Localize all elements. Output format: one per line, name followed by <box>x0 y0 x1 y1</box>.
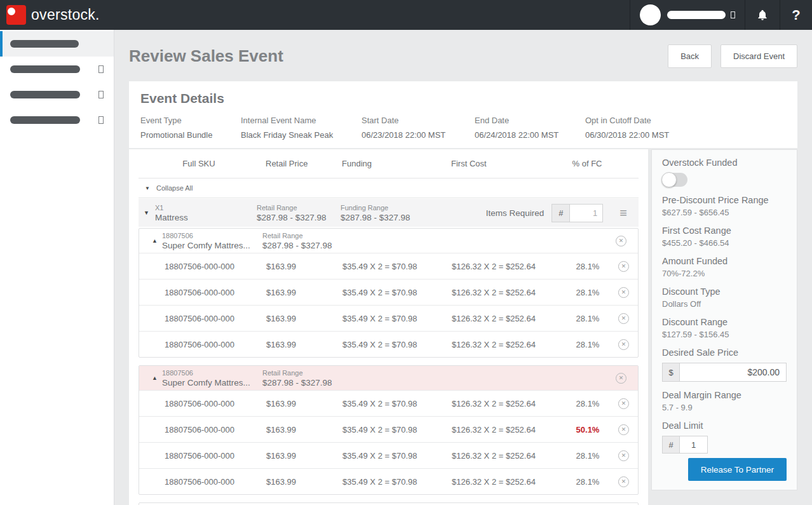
sku-row: 18807506-000-000 $163.99 $35.49 X 2 = $7… <box>139 253 638 279</box>
sku-row: 18807506-000-000 $163.99 $35.49 X 2 = $7… <box>139 442 638 468</box>
nav-label-placeholder <box>10 40 79 48</box>
items-required-control: Items Required # <box>486 204 604 222</box>
deal-summary-panel: Overstock Funded Pre-Discount Price Rang… <box>651 149 797 490</box>
desired-sale-price-label: Desired Sale Price <box>662 347 787 358</box>
col-funding: Funding <box>335 159 445 168</box>
overstock-funded-toggle[interactable] <box>662 173 687 187</box>
username-placeholder <box>667 11 726 19</box>
col-first-cost: First Cost <box>445 159 565 168</box>
group-sku-name: X1 Mattress <box>155 204 257 222</box>
remove-sku-icon[interactable] <box>618 339 629 350</box>
first-cost-range-value: $455.20 - $466.54 <box>662 238 787 248</box>
sidebar-item-4[interactable] <box>0 107 114 133</box>
table-header-row: Full SKU Retail Price Funding First Cost… <box>139 149 639 178</box>
sku-row: 18807506-000-000 $163.99 $35.49 X 2 = $7… <box>139 331 638 357</box>
bundle-retail-range: Retail Range $287.98 - $327.98 <box>262 369 616 387</box>
pct-of-fc-error: 50.1% <box>576 425 600 434</box>
chevron-icon <box>98 116 104 124</box>
bundle-header: 18807506 Super Comfy Mattres... Retail R… <box>139 229 638 253</box>
pct-of-fc: 28.1% <box>576 314 600 323</box>
discount-range-label: Discount Range <box>662 317 787 327</box>
amount-funded-value: 70%-72.2% <box>662 269 787 278</box>
discount-range-value: $127.59 - $156.45 <box>662 330 787 339</box>
deal-limit-input[interactable] <box>680 436 708 454</box>
main-content: Review Sales Event Back Discard Event Ev… <box>114 30 812 505</box>
sku-row: 18807506-000-000 $163.99 $35.49 X 2 = $7… <box>139 279 638 305</box>
remove-sku-icon[interactable] <box>618 450 629 461</box>
collapse-all-button[interactable]: Collapse All <box>139 178 639 198</box>
field-opt-in-cutoff-date: Opt in Cutoff Date 06/30/2018 22:00 MST <box>585 116 712 140</box>
qty-prefix: # <box>551 204 570 222</box>
sidebar <box>0 30 114 505</box>
help-button[interactable]: ? <box>780 0 812 30</box>
col-full-sku: Full SKU <box>139 159 259 168</box>
bundle-header: 18807506 Super Comfy Mattres... Retail R… <box>139 366 638 390</box>
remove-sku-icon[interactable] <box>618 261 629 272</box>
collapse-bundle-icon[interactable] <box>152 238 161 244</box>
nav-label-placeholder <box>10 91 80 98</box>
discount-type-value: Dollars Off <box>662 299 787 309</box>
chevron-icon <box>98 91 104 98</box>
pct-of-fc: 28.1% <box>576 399 600 408</box>
bundle-card-3-partial: 18807506 Retail Range <box>139 502 639 505</box>
col-retail-price: Retail Price <box>259 159 335 168</box>
group-funding-range: Funding Range $287.98 - $327.98 <box>341 204 486 222</box>
sku-row: 18807506-000-000 $163.99 $35.49 X 2 = $7… <box>139 416 638 442</box>
toggle-knob-icon <box>661 172 677 187</box>
field-end-date: End Date 06/24/2018 22:00 MST <box>475 116 585 140</box>
menu-icon[interactable]: ≡ <box>619 206 627 220</box>
remove-sku-icon[interactable] <box>618 398 629 409</box>
remove-bundle-icon[interactable] <box>616 373 626 384</box>
pct-of-fc: 28.1% <box>576 340 600 349</box>
page-title: Review Sales Event <box>129 46 668 66</box>
bundle-card-1: 18807506 Super Comfy Mattres... Retail R… <box>139 228 639 358</box>
avatar[interactable] <box>640 4 661 25</box>
event-details-title: Event Details <box>140 91 786 106</box>
notification-bell-icon <box>756 8 769 22</box>
user-menu[interactable] <box>630 0 745 30</box>
collapse-group-icon[interactable] <box>144 210 152 216</box>
topbar: overstock. ? <box>0 0 812 30</box>
desired-sale-price-input[interactable] <box>680 363 787 382</box>
back-button[interactable]: Back <box>668 44 712 68</box>
nav-label-placeholder <box>10 65 80 73</box>
deal-margin-range-label: Deal Margin Range <box>662 390 787 400</box>
items-required-input[interactable] <box>570 204 603 222</box>
bundle-sku-name: 18807506 Super Comfy Mattres... <box>162 232 262 250</box>
discard-event-button[interactable]: Discard Event <box>721 44 797 68</box>
remove-sku-icon[interactable] <box>618 476 629 487</box>
sidebar-item-1[interactable] <box>0 31 114 57</box>
remove-sku-icon[interactable] <box>618 424 629 435</box>
release-to-partner-button[interactable]: Release To Partner <box>688 458 787 481</box>
group-retail-range: Retail Range $287.98 - $327.98 <box>257 204 341 222</box>
caret-down-icon <box>145 185 154 191</box>
overstock-logo[interactable]: overstock. <box>0 5 100 25</box>
sku-table: Full SKU Retail Price Funding First Cost… <box>129 149 648 505</box>
col-pct-of-fc: % of FC <box>565 159 609 168</box>
pct-of-fc: 28.1% <box>576 288 600 297</box>
field-internal-event-name: Internal Event Name Black Friday Sneak P… <box>241 116 362 140</box>
overstock-logo-icon <box>6 5 26 25</box>
chevron-icon <box>98 65 104 73</box>
remove-sku-icon[interactable] <box>618 287 629 298</box>
sidebar-item-2[interactable] <box>0 57 114 82</box>
first-cost-range-label: First Cost Range <box>662 226 787 236</box>
discount-type-label: Discount Type <box>662 286 787 297</box>
deal-margin-range-value: 5.7 - 9.9 <box>662 403 787 412</box>
collapse-bundle-icon[interactable] <box>152 375 161 381</box>
notifications-button[interactable] <box>745 0 780 30</box>
help-icon: ? <box>792 7 800 24</box>
event-details-panel: Event Details Event Type Promotional Bun… <box>129 81 797 148</box>
group-header-row: X1 Mattress Retail Range $287.98 - $327.… <box>139 199 639 227</box>
currency-prefix: $ <box>662 363 680 382</box>
deal-limit-label: Deal Limit <box>662 421 787 431</box>
remove-sku-icon[interactable] <box>618 313 629 324</box>
sku-row: 18807506-000-000 $163.99 $35.49 X 2 = $7… <box>139 390 638 416</box>
sku-row: 18807506-000-000 $163.99 $35.49 X 2 = $7… <box>139 468 638 494</box>
remove-bundle-icon[interactable] <box>616 236 626 246</box>
pct-of-fc: 28.1% <box>576 262 600 271</box>
bundle-card-2: 18807506 Super Comfy Mattres... Retail R… <box>139 365 639 495</box>
pct-of-fc: 28.1% <box>576 451 600 461</box>
pct-of-fc: 28.1% <box>576 477 600 487</box>
sidebar-item-3[interactable] <box>0 82 114 107</box>
